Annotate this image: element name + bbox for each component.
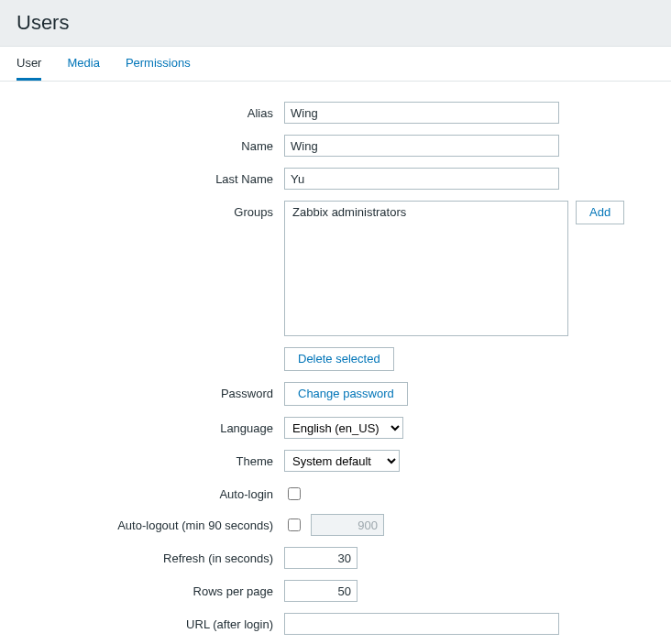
label-auto-logout: Auto-logout (min 90 seconds) [16,514,284,532]
name-input[interactable] [284,135,559,157]
label-language: Language [16,417,284,435]
add-group-button[interactable]: Add [576,201,624,224]
alias-input[interactable] [284,102,559,124]
list-item[interactable]: Zabbix administrators [285,202,567,223]
tab-media[interactable]: Media [67,47,99,81]
auto-login-checkbox[interactable] [288,487,301,500]
rows-per-page-input[interactable] [284,580,358,602]
delete-selected-button[interactable]: Delete selected [284,347,394,371]
label-theme: Theme [16,450,284,468]
refresh-input[interactable] [284,547,358,569]
label-password: Password [16,382,284,400]
label-refresh: Refresh (in seconds) [16,547,284,565]
label-groups: Groups [16,201,284,219]
groups-listbox[interactable]: Zabbix administrators [284,201,568,336]
tab-user[interactable]: User [16,47,41,81]
theme-select[interactable]: System default [284,450,400,472]
label-rows-per-page: Rows per page [16,580,284,598]
page-title: Users [0,0,671,46]
tab-permissions[interactable]: Permissions [126,47,191,81]
change-password-button[interactable]: Change password [284,382,408,406]
form-panel: User Media Permissions Alias Name Last N… [0,46,671,644]
language-select[interactable]: English (en_US) [284,417,403,439]
last-name-input[interactable] [284,168,559,190]
label-url-after-login: URL (after login) [16,613,284,631]
label-auto-login: Auto-login [16,483,284,501]
label-last-name: Last Name [16,168,284,186]
label-alias: Alias [16,102,284,120]
tabs: User Media Permissions [0,47,671,82]
auto-logout-input [311,514,384,536]
auto-logout-checkbox[interactable] [288,518,301,531]
label-name: Name [16,135,284,153]
user-form: Alias Name Last Name Groups [0,82,671,644]
url-after-login-input[interactable] [284,613,559,635]
